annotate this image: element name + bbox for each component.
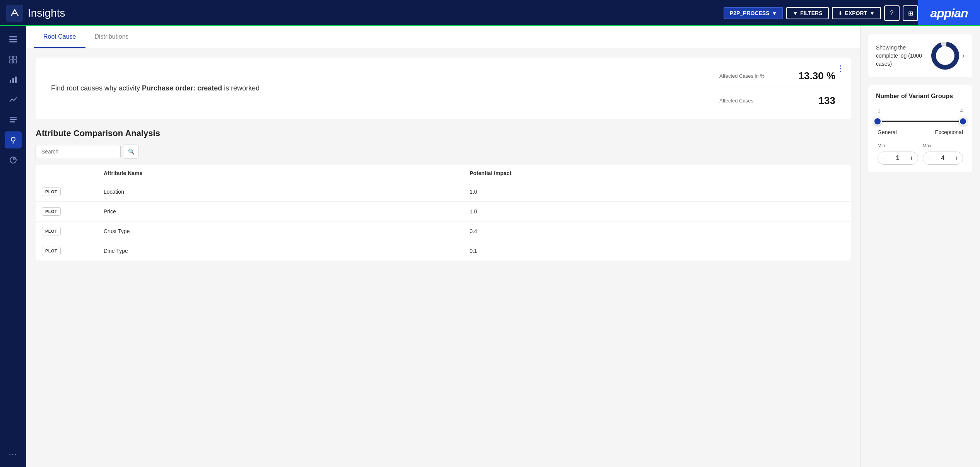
case-donut-chart bbox=[931, 42, 959, 70]
stat-row-count: Affected Cases 133 bbox=[719, 95, 835, 107]
main-layout: ··· Root Cause Distributions Find root c… bbox=[0, 26, 980, 467]
svg-rect-9 bbox=[15, 77, 17, 83]
attribute-name: Dine Type bbox=[97, 241, 463, 261]
sidebar-item-menu[interactable] bbox=[5, 31, 22, 48]
minmax-area: Min − 1 + Max − 4 + bbox=[878, 143, 963, 165]
attribute-name: Crust Type bbox=[97, 222, 463, 241]
right-panel: Showing the complete log (1000 cases) › … bbox=[860, 26, 980, 467]
search-input[interactable] bbox=[36, 145, 121, 158]
tab-root-cause[interactable]: Root Cause bbox=[34, 26, 85, 48]
app-header: Insights P2P_PROCESS ▼ ▼ FILTERS ⬇ EXPOR… bbox=[0, 0, 980, 26]
min-increase-button[interactable]: + bbox=[905, 152, 918, 164]
tab-distributions[interactable]: Distributions bbox=[85, 26, 138, 48]
sidebar-item-stats[interactable] bbox=[5, 71, 22, 88]
svg-rect-0 bbox=[9, 36, 17, 37]
table-row: PLOT Price 1.0 bbox=[36, 202, 851, 222]
help-button[interactable]: ? bbox=[884, 5, 900, 21]
app-icon bbox=[6, 5, 23, 22]
search-button[interactable]: 🔍 bbox=[124, 145, 138, 159]
min-control: − 1 + bbox=[878, 152, 918, 165]
plot-button[interactable]: PLOT bbox=[42, 187, 61, 196]
case-log-card: Showing the complete log (1000 cases) › bbox=[868, 34, 972, 77]
appian-logo: appian bbox=[918, 0, 980, 26]
potential-impact: 1.0 bbox=[463, 182, 851, 202]
max-control: − 4 + bbox=[923, 152, 963, 165]
info-card-stats: Affected Cases in % 13.30 % Affected Cas… bbox=[719, 70, 835, 107]
header-controls: P2P_PROCESS ▼ ▼ FILTERS ⬇ EXPORT ▼ ? ⊞ bbox=[724, 5, 918, 21]
table-row: PLOT Location 1.0 bbox=[36, 182, 851, 202]
max-increase-button[interactable]: + bbox=[950, 152, 963, 164]
case-log-text: Showing the complete log (1000 cases) bbox=[876, 44, 928, 68]
sidebar-item-pie[interactable] bbox=[5, 152, 22, 169]
slider-description: General Exceptional bbox=[878, 129, 963, 135]
svg-rect-6 bbox=[14, 60, 17, 63]
more-options-button[interactable]: ⋮ bbox=[837, 64, 845, 73]
filters-button[interactable]: ▼ FILTERS bbox=[786, 7, 828, 19]
search-icon: 🔍 bbox=[128, 148, 135, 155]
min-label: Min bbox=[878, 143, 918, 148]
slider-labels: 1 4 bbox=[878, 107, 963, 114]
min-decrease-button[interactable]: − bbox=[878, 152, 890, 164]
slider-area: 1 4 General Exceptional Min − bbox=[876, 107, 965, 165]
min-value: 1 bbox=[890, 155, 905, 162]
svg-rect-3 bbox=[10, 56, 13, 59]
sidebar-item-list[interactable] bbox=[5, 111, 22, 128]
max-value: 4 bbox=[936, 155, 951, 162]
max-group: Max − 4 + bbox=[923, 143, 963, 165]
analysis-section: Attribute Comparison Analysis 🔍 Attribut… bbox=[36, 128, 851, 261]
attribute-name: Location bbox=[97, 182, 463, 202]
slider-thumb-left[interactable] bbox=[873, 117, 882, 126]
stat-row-pct: Affected Cases in % 13.30 % bbox=[719, 70, 835, 87]
chevron-down-icon: ▼ bbox=[772, 10, 777, 16]
col-header-impact: Potential Impact bbox=[463, 165, 851, 182]
sidebar-item-more[interactable]: ··· bbox=[5, 445, 22, 462]
svg-rect-5 bbox=[10, 60, 13, 63]
potential-impact: 1.0 bbox=[463, 202, 851, 222]
svg-rect-11 bbox=[10, 119, 17, 120]
app-title: Insights bbox=[28, 7, 65, 19]
page-content: Find root causes why activity Purchase o… bbox=[26, 48, 860, 467]
variant-groups-title: Number of Variant Groups bbox=[876, 93, 965, 100]
svg-rect-8 bbox=[12, 78, 14, 83]
search-bar: 🔍 bbox=[36, 145, 851, 159]
svg-point-19 bbox=[934, 44, 957, 67]
svg-rect-2 bbox=[9, 41, 17, 43]
svg-rect-7 bbox=[10, 80, 11, 83]
potential-impact: 0.4 bbox=[463, 222, 851, 241]
sidebar: ··· bbox=[0, 26, 26, 467]
svg-point-13 bbox=[11, 137, 15, 141]
plot-button[interactable]: PLOT bbox=[42, 227, 61, 235]
svg-rect-12 bbox=[10, 121, 15, 123]
plot-button[interactable]: PLOT bbox=[42, 207, 61, 216]
filter-icon: ▼ bbox=[792, 10, 798, 16]
info-card: Find root causes why activity Purchase o… bbox=[36, 58, 851, 119]
sidebar-item-process[interactable] bbox=[5, 51, 22, 68]
table-row: PLOT Crust Type 0.4 bbox=[36, 222, 851, 241]
tab-bar: Root Cause Distributions bbox=[26, 26, 860, 48]
info-card-description: Find root causes why activity Purchase o… bbox=[51, 84, 260, 92]
slider-track[interactable] bbox=[878, 117, 963, 126]
table-row: PLOT Dine Type 0.1 bbox=[36, 241, 851, 261]
logo-area: Insights bbox=[6, 5, 724, 22]
max-decrease-button[interactable]: − bbox=[923, 152, 936, 164]
export-icon: ⬇ bbox=[838, 10, 843, 16]
sidebar-item-insights[interactable] bbox=[5, 131, 22, 148]
process-button[interactable]: P2P_PROCESS ▼ bbox=[724, 7, 784, 19]
export-button[interactable]: ⬇ EXPORT ▼ bbox=[832, 7, 881, 19]
svg-rect-4 bbox=[14, 56, 17, 59]
chevron-down-icon-export: ▼ bbox=[869, 10, 875, 16]
attribute-table: Attribute Name Potential Impact PLOT Loc… bbox=[36, 165, 851, 261]
max-label: Max bbox=[923, 143, 963, 148]
variant-groups-card: Number of Variant Groups 1 4 General Exc… bbox=[868, 85, 972, 172]
table-header-row: Attribute Name Potential Impact bbox=[36, 165, 851, 182]
svg-rect-1 bbox=[9, 39, 17, 40]
attribute-name: Price bbox=[97, 202, 463, 222]
col-header-plot bbox=[36, 165, 97, 182]
case-arrow-icon[interactable]: › bbox=[962, 52, 965, 60]
grid-button[interactable]: ⊞ bbox=[903, 5, 918, 21]
plot-button[interactable]: PLOT bbox=[42, 247, 61, 255]
svg-rect-10 bbox=[10, 117, 17, 118]
analysis-title: Attribute Comparison Analysis bbox=[36, 128, 851, 138]
slider-thumb-right[interactable] bbox=[959, 117, 967, 126]
sidebar-item-trend[interactable] bbox=[5, 91, 22, 108]
